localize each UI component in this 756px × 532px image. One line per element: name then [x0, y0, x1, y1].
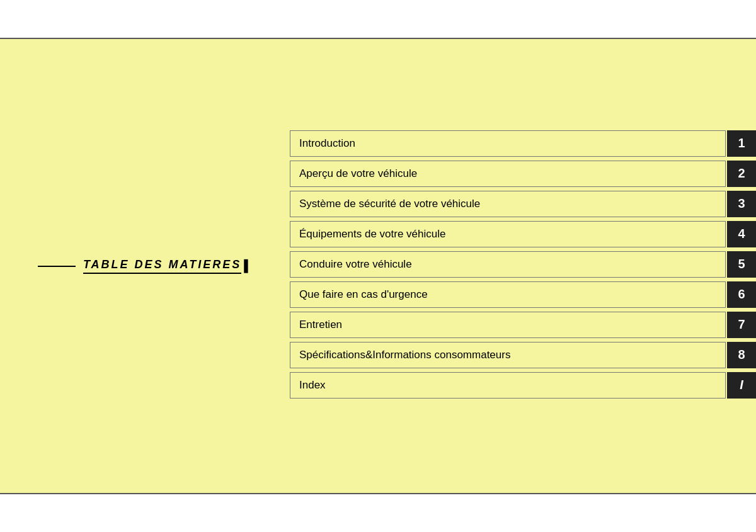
- toc-item-number-6: 6: [727, 281, 756, 308]
- toc-item[interactable]: Spécifications&Informations consommateur…: [290, 342, 756, 368]
- left-panel: TABLE DES MATIERES ▌: [0, 39, 290, 493]
- toc-item-number-7: 7: [727, 312, 756, 338]
- toc-item[interactable]: Que faire en cas d'urgence6: [290, 281, 756, 308]
- toc-item-label-5: Conduire votre véhicule: [290, 251, 726, 278]
- toc-item-label-2: Aperçu de votre véhicule: [290, 161, 726, 187]
- page-title: TABLE DES MATIERES: [83, 258, 241, 274]
- toc-item[interactable]: Conduire votre véhicule5: [290, 251, 756, 278]
- toc-panel: Introduction1Aperçu de votre véhicule2Sy…: [290, 39, 756, 493]
- toc-item-label-7: Entretien: [290, 312, 726, 338]
- toc-item-label-6: Que faire en cas d'urgence: [290, 281, 726, 308]
- toc-item[interactable]: Introduction1: [290, 130, 756, 157]
- toc-item-label-1: Introduction: [290, 130, 726, 157]
- toc-item-number-8: 8: [727, 342, 756, 368]
- toc-item[interactable]: IndexI: [290, 372, 756, 399]
- toc-item-number-3: 3: [727, 191, 756, 217]
- toc-item-number-4: 4: [727, 221, 756, 247]
- main-content: TABLE DES MATIERES ▌ Introduction1Aperçu…: [0, 39, 756, 494]
- title-line: [38, 266, 76, 267]
- page-wrapper: TABLE DES MATIERES ▌ Introduction1Aperçu…: [0, 0, 756, 532]
- toc-item-number-9: I: [727, 372, 756, 399]
- toc-item-label-3: Système de sécurité de votre véhicule: [290, 191, 726, 217]
- table-title: TABLE DES MATIERES ▌: [38, 258, 252, 274]
- title-cursor: ▌: [244, 259, 252, 273]
- toc-item[interactable]: Aperçu de votre véhicule2: [290, 161, 756, 187]
- toc-item[interactable]: Équipements de votre véhicule4: [290, 221, 756, 247]
- toc-item-number-1: 1: [727, 130, 756, 157]
- toc-item[interactable]: Système de sécurité de votre véhicule3: [290, 191, 756, 217]
- toc-item-label-4: Équipements de votre véhicule: [290, 221, 726, 247]
- toc-item-label-9: Index: [290, 372, 726, 399]
- toc-item[interactable]: Entretien7: [290, 312, 756, 338]
- toc-item-label-8: Spécifications&Informations consommateur…: [290, 342, 726, 368]
- toc-item-number-2: 2: [727, 161, 756, 187]
- toc-item-number-5: 5: [727, 251, 756, 278]
